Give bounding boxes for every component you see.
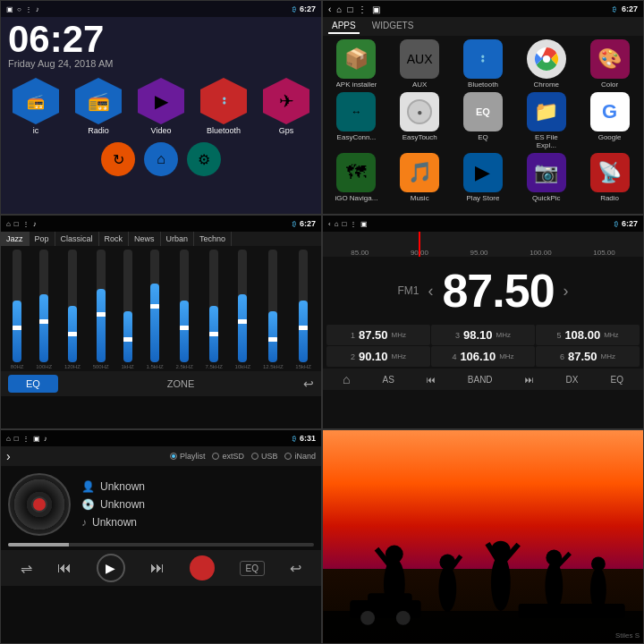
music-source-playlist[interactable]: Playlist: [170, 452, 206, 461]
fm-ctrl-next[interactable]: ⏭: [525, 375, 534, 385]
music-stop-btn[interactable]: [190, 555, 215, 580]
music-prev-btn[interactable]: ⏮: [57, 560, 72, 576]
fm-preset-5[interactable]: 5 108.00 MHz: [536, 325, 640, 345]
fm-preset-4[interactable]: 4 106.10 MHz: [431, 346, 535, 367]
fm-mark-85: 85.00: [351, 249, 369, 257]
music-shuffle-btn[interactable]: ⇌: [21, 560, 32, 577]
slider-500hz[interactable]: 500HZ: [93, 250, 109, 369]
list-item[interactable]: EQ EQ: [453, 92, 513, 149]
fm-ctrl-eq[interactable]: EQ: [611, 375, 623, 385]
home-bottom-home[interactable]: ⌂: [144, 142, 178, 176]
music-play-btn[interactable]: ▶: [97, 554, 125, 582]
fm-prev-arrow[interactable]: ‹: [428, 282, 433, 301]
eq-preset-button[interactable]: EQ: [8, 375, 58, 393]
home-bottom-settings[interactable]: ⚙: [187, 142, 221, 176]
apps-tab-bar: APPS WIDGETS: [323, 17, 643, 36]
list-item[interactable]: 📦 APK installer: [326, 39, 386, 89]
fm-back-icon[interactable]: ‹: [328, 220, 331, 228]
list-item[interactable]: ● EasyTouch: [390, 92, 450, 149]
list-item[interactable]: 📷 QuickPic: [516, 153, 576, 202]
list-item[interactable]: 🎨 Color: [580, 39, 640, 89]
slider-12-5khz[interactable]: 12.5kHZ: [263, 250, 284, 369]
tab-widgets[interactable]: WIDGETS: [369, 19, 418, 34]
genre-classical[interactable]: Classical: [55, 232, 99, 246]
music-source-extsd[interactable]: extSD: [212, 452, 244, 461]
slider-2-5khz[interactable]: 2.5kHZ: [175, 250, 192, 369]
eq-back-button[interactable]: ↩: [303, 377, 314, 391]
music-source-usb[interactable]: USB: [251, 452, 278, 461]
fm-preset-1[interactable]: 1 87.50 MHz: [326, 325, 430, 345]
list-item[interactable]: G Google: [580, 92, 640, 149]
svg-point-21: [360, 611, 375, 625]
list-item[interactable]: 📁 ES File Expl...: [516, 92, 576, 149]
slider-10khz[interactable]: 10kHZ: [235, 250, 251, 369]
home-app-ic-label: ic: [33, 126, 39, 135]
fm-ctrl-prev[interactable]: ⏮: [427, 375, 436, 385]
list-item[interactable]: 🎵 Music: [390, 153, 450, 202]
slider-1khz[interactable]: 1kHZ: [121, 250, 133, 369]
fm-menu-icon[interactable]: ⋮: [350, 220, 357, 228]
list-item[interactable]: 🗺 iGO Naviga...: [326, 153, 386, 202]
genre-jazz[interactable]: Jazz: [1, 232, 30, 246]
slider-7-5khz[interactable]: 7.5kHZ: [206, 250, 223, 369]
genre-urban[interactable]: Urban: [161, 232, 195, 246]
music-menu-icon[interactable]: ⋮: [22, 435, 30, 443]
fm-next-arrow[interactable]: ›: [564, 282, 569, 301]
list-item[interactable]: ↔ EasyConn...: [326, 92, 386, 149]
home-bt-icon: ₿: [292, 5, 296, 13]
eq-home-icon[interactable]: ⌂: [6, 220, 11, 228]
list-item[interactable]: 📡 Radio: [580, 153, 640, 202]
home-bottom-recent[interactable]: ↻: [101, 142, 135, 176]
home-app-radio[interactable]: 📻 Radio: [75, 78, 122, 135]
apps-screen-icon: ▣: [372, 4, 380, 14]
music-next-btn[interactable]: ⏭: [150, 560, 165, 576]
eq-square-icon[interactable]: □: [14, 220, 19, 228]
fm-preset-3[interactable]: 3 98.10 MHz: [431, 325, 535, 345]
music-eq-btn[interactable]: EQ: [240, 561, 265, 576]
apps-menu-icon[interactable]: ⋮: [358, 4, 367, 14]
slider-120hz[interactable]: 120HZ: [64, 250, 80, 369]
tab-apps[interactable]: APPS: [328, 19, 360, 34]
fm-preset-6[interactable]: 6 87.50 MHz: [536, 346, 640, 367]
fm-presets: 1 87.50 MHz 3 98.10 MHz 5 108.00 MHz 2 9…: [323, 325, 643, 367]
app-icon-easyconn: ↔: [336, 92, 376, 131]
eq-menu-icon[interactable]: ⋮: [22, 220, 30, 228]
fm-preset-2[interactable]: 2 90.10 MHz: [326, 346, 430, 367]
fm-square-icon[interactable]: □: [343, 220, 347, 228]
list-item[interactable]: AUX AUX: [390, 39, 450, 89]
music-expand-btn[interactable]: ›: [6, 449, 11, 463]
music-source-inand[interactable]: iNand: [284, 452, 316, 461]
home-app-bluetooth[interactable]: ᛬ Bluetooth: [200, 78, 247, 135]
music-square-icon[interactable]: □: [14, 435, 19, 443]
genre-techno[interactable]: Techno: [194, 232, 232, 246]
apps-square-icon[interactable]: □: [347, 4, 352, 14]
slider-1-5khz[interactable]: 1.5kHZ: [146, 250, 163, 369]
apps-home-icon[interactable]: ⌂: [336, 4, 342, 14]
panel-home: ▣ ○ ⋮ ♪ ₿ 6:27 06:27 Friday Aug 24, 2018…: [0, 0, 322, 215]
music-back-btn[interactable]: ↩: [290, 560, 301, 577]
list-item[interactable]: Chrome: [516, 39, 576, 89]
slider-100hz[interactable]: 100HZ: [36, 250, 52, 369]
slider-15khz[interactable]: 15kHZ: [295, 250, 311, 369]
fm-ctrl-home[interactable]: ⌂: [343, 372, 350, 386]
genre-rock[interactable]: Rock: [99, 232, 130, 246]
apps-back-icon[interactable]: ‹: [328, 4, 331, 14]
fm-ctrl-as[interactable]: AS: [382, 375, 394, 385]
home-app-video[interactable]: ▶ Video: [138, 78, 184, 135]
list-item[interactable]: ▶ Play Store: [453, 153, 513, 202]
music-status-bar: ⌂ □ ⋮ ▣ ♪ ₿ 6:31: [1, 430, 321, 446]
progress-bg: [8, 543, 314, 547]
apps-status-time: 6:27: [622, 4, 638, 13]
music-home-icon[interactable]: ⌂: [6, 435, 11, 443]
home-app-gps[interactable]: ✈ Gps: [263, 78, 309, 135]
fm-preset-num-5: 5: [556, 331, 561, 340]
home-app-ic[interactable]: 📻 ic: [13, 78, 59, 135]
genre-pop[interactable]: Pop: [30, 232, 55, 246]
slider-80hz[interactable]: 80HZ: [11, 250, 24, 369]
fm-preset-unit-2: MHz: [392, 352, 406, 360]
fm-ctrl-dx[interactable]: DX: [566, 375, 579, 385]
genre-news[interactable]: News: [129, 232, 161, 246]
fm-home-icon[interactable]: ⌂: [335, 220, 339, 228]
fm-ctrl-band[interactable]: BAND: [468, 375, 493, 385]
list-item[interactable]: ᛬ Bluetooth: [453, 39, 513, 89]
